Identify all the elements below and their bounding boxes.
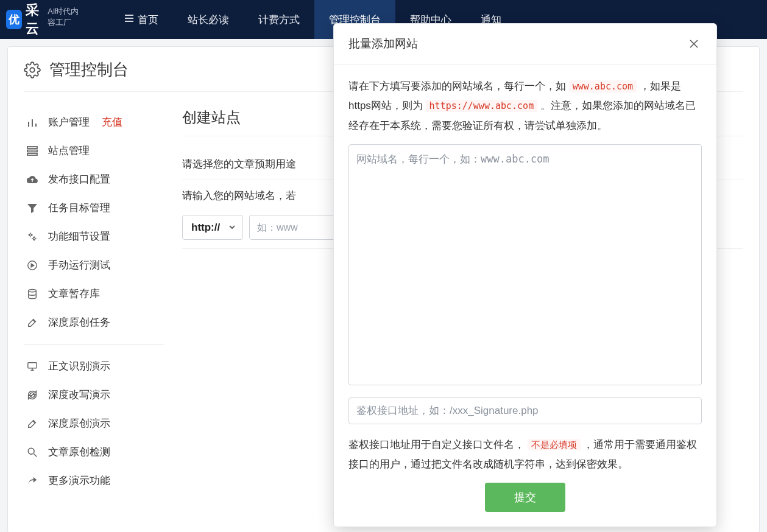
search-icon (26, 446, 38, 458)
edit-icon (26, 317, 38, 329)
sidebar-item-manual-run[interactable]: 手动运行测试 (24, 251, 164, 279)
brand[interactable]: 优 采云 AI时代内容工厂 (6, 7, 85, 32)
code-example-1: www.abc.com (569, 80, 637, 93)
gear-icon (24, 61, 41, 79)
brand-name: 采云 (26, 1, 44, 38)
sidebar-item-label: 深度原创任务 (48, 315, 110, 329)
sidebar: 账户管理 充值 站点管理 发布接口配置 任务目标管理 功能细节设置 (24, 108, 182, 495)
share-arrow-icon (26, 475, 38, 487)
recharge-badge: 充值 (102, 115, 122, 129)
edit-icon (26, 418, 38, 430)
nav-billing[interactable]: 计费方式 (244, 0, 314, 39)
nav-label: 首页 (138, 13, 158, 27)
protocol-select[interactable]: http:// (182, 215, 243, 240)
svg-point-10 (29, 234, 32, 236)
list-rows-icon (26, 145, 38, 157)
cogs-icon (26, 231, 38, 243)
list-icon (124, 14, 134, 25)
protocol-select-wrap: http:// (182, 215, 243, 240)
logo-icon: 优 (6, 10, 22, 29)
sidebar-item-rewrite-demo[interactable]: 深度改写演示 (24, 380, 164, 409)
sidebar-item-account[interactable]: 账户管理 充值 (24, 108, 164, 136)
sidebar-item-original-demo[interactable]: 深度原创演示 (24, 409, 164, 438)
svg-rect-9 (27, 153, 37, 155)
sidebar-item-label: 深度原创演示 (48, 416, 110, 430)
svg-line-16 (34, 453, 37, 457)
sidebar-item-label: 深度改写演示 (48, 388, 110, 402)
sidebar-item-publish[interactable]: 发布接口配置 (24, 165, 164, 194)
svg-point-13 (29, 289, 37, 292)
nav-home[interactable]: 首页 (110, 0, 173, 39)
cloud-upload-icon (26, 173, 38, 186)
monitor-icon (26, 360, 38, 373)
svg-point-15 (28, 448, 34, 454)
sidebar-item-settings[interactable]: 功能细节设置 (24, 222, 164, 251)
sidebar-item-label: 更多演示功能 (48, 474, 110, 488)
bulk-add-modal: 批量添加网站 请在下方填写要添加的网站域名，每行一个，如 www.abc.com… (333, 23, 717, 527)
svg-point-11 (33, 237, 35, 240)
refresh-icon (26, 389, 38, 401)
modal-header: 批量添加网站 (334, 24, 716, 65)
modal-description: 请在下方填写要添加的网站域名，每行一个，如 www.abc.com ，如果是ht… (348, 77, 702, 136)
sidebar-item-targets[interactable]: 任务目标管理 (24, 194, 164, 222)
nav-label: 计费方式 (258, 13, 300, 27)
code-example-2: https://www.abc.com (426, 100, 538, 112)
sidebar-item-sites[interactable]: 站点管理 (24, 136, 164, 165)
sidebar-item-label: 正文识别演示 (48, 359, 110, 373)
modal-body: 请在下方填写要添加的网站域名，每行一个，如 www.abc.com ，如果是ht… (334, 65, 716, 527)
nav-webmaster[interactable]: 站长必读 (173, 0, 244, 39)
auth-url-input[interactable] (348, 397, 702, 424)
bar-chart-icon (26, 116, 38, 128)
submit-button[interactable]: 提交 (485, 483, 565, 512)
sidebar-item-label: 账户管理 (48, 115, 90, 129)
play-circle-icon (26, 259, 38, 271)
filter-icon (26, 202, 38, 214)
svg-point-3 (30, 68, 34, 72)
sidebar-item-label: 文章暂存库 (48, 287, 100, 301)
svg-rect-7 (27, 147, 37, 149)
database-icon (26, 288, 38, 300)
sidebar-item-label: 任务目标管理 (48, 201, 110, 215)
sidebar-item-body-demo[interactable]: 正文识别演示 (24, 352, 164, 380)
sidebar-item-drafts[interactable]: 文章暂存库 (24, 279, 164, 308)
brand-logo: 优 采云 AI时代内容工厂 (6, 7, 85, 32)
sidebar-item-more-demos[interactable]: 更多演示功能 (24, 466, 164, 495)
sidebar-item-label: 功能细节设置 (48, 229, 110, 243)
svg-rect-14 (28, 362, 37, 368)
nav-label: 站长必读 (188, 13, 229, 27)
auth-description: 鉴权接口地址用于自定义接口文件名， 不是必填项 ，通常用于需要通用鉴权接口的用户… (348, 435, 702, 475)
brand-tagline: AI时代内容工厂 (48, 6, 85, 32)
sidebar-item-label: 手动运行测试 (48, 258, 110, 272)
svg-rect-8 (27, 150, 37, 152)
not-required-badge: 不是必填项 (528, 439, 581, 450)
modal-title: 批量添加网站 (348, 36, 418, 52)
panel-title-text: 管理控制台 (49, 59, 129, 80)
domains-textarea[interactable] (348, 144, 702, 385)
sidebar-item-deep-tasks[interactable]: 深度原创任务 (24, 308, 164, 337)
sidebar-divider (24, 344, 164, 345)
sidebar-item-label: 文章原创检测 (48, 445, 110, 459)
sidebar-item-label: 发布接口配置 (48, 172, 110, 186)
close-icon[interactable] (686, 36, 702, 52)
sidebar-item-label: 站点管理 (48, 144, 90, 158)
sidebar-item-originality-check[interactable]: 文章原创检测 (24, 438, 164, 466)
